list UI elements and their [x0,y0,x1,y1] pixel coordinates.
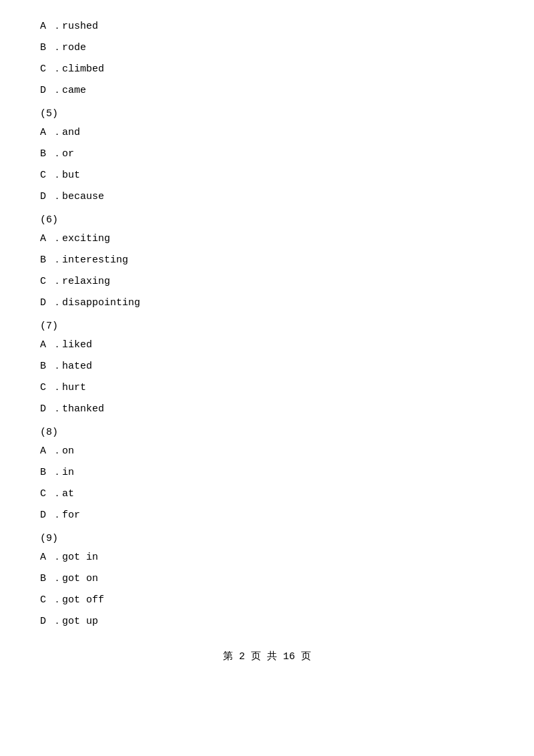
option-d: D ．disappointing [40,295,494,311]
option-c: C ．relaxing [40,274,494,290]
option-a: A ．liked [40,337,494,353]
option-c: C ．at [40,486,494,502]
option-d: D ．thanked [40,401,494,417]
page-footer: 第 2 页 共 16 页 [40,650,494,663]
option-b: B ．hated [40,359,494,375]
option-a: A ．got in [40,550,494,566]
option-b: B ．interesting [40,252,494,268]
question-number-2: (6) [40,214,494,226]
question-number-1: (5) [40,108,494,120]
option-c: C ．climbed [40,61,494,77]
option-c: C ．but [40,168,494,184]
option-d: D ．for [40,508,494,524]
content-area: A ．rushedB ．rodeC ．climbedD ．came(5)A ．a… [40,19,494,663]
option-d: D ．because [40,189,494,205]
option-a: A ．on [40,443,494,459]
option-a: A ．exciting [40,231,494,247]
option-d: D ．got up [40,614,494,630]
option-d: D ．came [40,83,494,99]
question-number-3: (7) [40,321,494,332]
option-c: C ．got off [40,592,494,608]
option-b: B ．or [40,146,494,162]
question-number-4: (8) [40,427,494,438]
option-b: B ．rode [40,40,494,56]
option-b: B ．got on [40,571,494,587]
question-number-5: (9) [40,533,494,544]
option-a: A ．rushed [40,19,494,35]
option-b: B ．in [40,465,494,481]
option-a: A ．and [40,125,494,141]
option-c: C ．hurt [40,380,494,396]
